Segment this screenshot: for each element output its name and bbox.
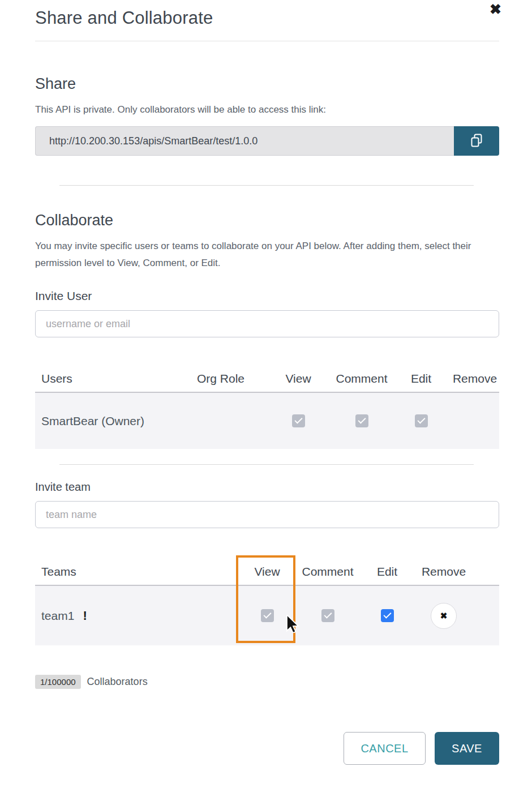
team-comment-checkbox bbox=[321, 609, 334, 622]
share-and-collaborate-dialog: Share and Collaborate ✖ Share This API i… bbox=[0, 0, 532, 788]
users-column-header: Users bbox=[35, 372, 177, 386]
collaborate-description: You may invite specific users or teams t… bbox=[35, 238, 499, 272]
table-row: team1 ! ✖ bbox=[35, 586, 499, 645]
view-column-header: View bbox=[237, 565, 298, 579]
team-view-checkbox bbox=[261, 609, 274, 622]
collaborators-count-badge: 1/100000 bbox=[35, 675, 81, 689]
share-link-bar: http://10.200.30.153/apis/SmartBear/test… bbox=[35, 126, 499, 156]
users-table: Users Org Role View Comment Edit Remove … bbox=[35, 366, 499, 449]
team-edit-checkbox[interactable] bbox=[381, 609, 394, 622]
edit-column-header: Edit bbox=[358, 565, 417, 579]
remove-column-header: Remove bbox=[451, 372, 499, 386]
user-comment-checkbox bbox=[355, 414, 368, 427]
dialog-title: Share and Collaborate bbox=[35, 7, 499, 29]
divider bbox=[59, 464, 474, 465]
table-row: SmartBear (Owner) bbox=[35, 393, 499, 449]
cancel-button[interactable]: CANCEL bbox=[344, 732, 426, 765]
view-column-header: View bbox=[265, 372, 332, 386]
comment-column-header: Comment bbox=[332, 372, 392, 386]
teams-table: Teams View Comment Edit Remove team1 ! ✖ bbox=[35, 559, 499, 645]
remove-team-button[interactable]: ✖ bbox=[431, 603, 457, 629]
collaborators-count-row: 1/100000 Collaborators bbox=[35, 675, 499, 689]
teams-column-header: Teams bbox=[35, 565, 237, 579]
user-view-checkbox bbox=[292, 414, 305, 427]
dialog-header: Share and Collaborate ✖ bbox=[35, 0, 499, 29]
remove-x-icon: ✖ bbox=[440, 611, 448, 621]
invite-team-label: Invite team bbox=[35, 479, 499, 494]
copy-icon bbox=[470, 133, 483, 149]
users-table-header: Users Org Role View Comment Edit Remove bbox=[35, 366, 499, 392]
invite-user-label: Invite User bbox=[35, 289, 499, 303]
user-edit-checkbox bbox=[415, 414, 428, 427]
divider bbox=[59, 185, 474, 186]
teams-table-header: Teams View Comment Edit Remove bbox=[35, 559, 499, 585]
dialog-footer: CANCEL SAVE bbox=[35, 732, 499, 765]
invite-team-input[interactable] bbox=[35, 501, 499, 528]
copy-link-button[interactable] bbox=[454, 126, 499, 156]
collaborators-label: Collaborators bbox=[87, 676, 148, 688]
edit-column-header: Edit bbox=[392, 372, 451, 386]
remove-column-header: Remove bbox=[417, 565, 471, 579]
share-section-heading: Share bbox=[35, 74, 499, 93]
close-icon[interactable]: ✖ bbox=[490, 1, 501, 17]
team-name: team1 bbox=[41, 609, 74, 623]
divider bbox=[35, 41, 499, 41]
warning-exclamation-icon: ! bbox=[83, 609, 87, 623]
comment-column-header: Comment bbox=[298, 565, 358, 579]
collaborate-section-heading: Collaborate bbox=[35, 211, 499, 230]
share-link-url: http://10.200.30.153/apis/SmartBear/test… bbox=[35, 126, 454, 156]
org-role-column-header: Org Role bbox=[177, 372, 265, 386]
save-button[interactable]: SAVE bbox=[435, 732, 499, 765]
user-name: SmartBear (Owner) bbox=[35, 414, 177, 428]
invite-user-input[interactable] bbox=[35, 310, 499, 337]
share-description: This API is private. Only collaborators … bbox=[35, 101, 499, 118]
